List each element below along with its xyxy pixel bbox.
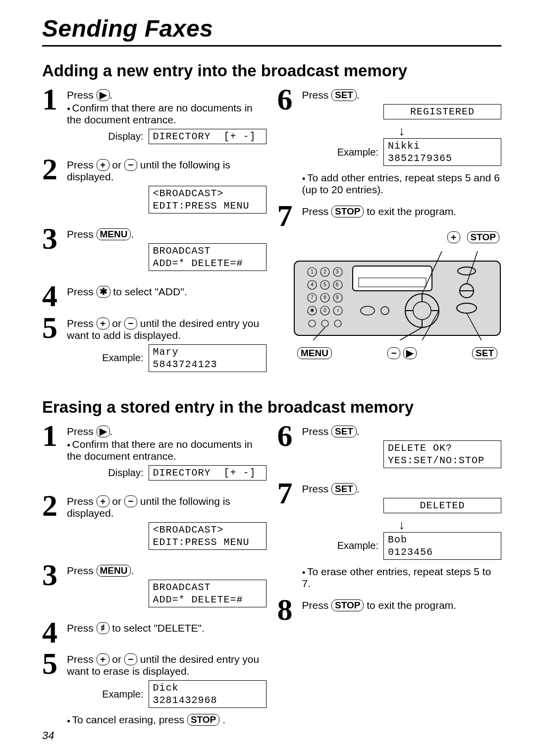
text: Confirm that there are no documents in t…	[67, 102, 267, 126]
text: Press	[302, 483, 332, 494]
text: Press	[67, 495, 97, 507]
text: Press	[67, 565, 97, 576]
text: Press	[67, 622, 97, 634]
plus-key[interactable]: +	[97, 653, 109, 665]
text: Press	[302, 89, 332, 101]
add-step-3: 3 Press MENU. BROADCAST ADD=* DELETE=#	[42, 224, 267, 277]
text: to exit the program.	[367, 206, 456, 217]
erase-step-5: 5 Press + or − until the desired entry y…	[42, 649, 267, 727]
text: or	[112, 495, 124, 507]
text: or	[112, 159, 124, 170]
play-key[interactable]: ▶	[97, 426, 110, 437]
text: Press	[67, 159, 97, 170]
lcd-display: DELETED	[383, 498, 501, 513]
plus-key[interactable]: +	[97, 159, 109, 171]
step-number: 7	[277, 204, 302, 228]
stop-key[interactable]: STOP	[187, 714, 219, 726]
text: Press	[67, 426, 97, 437]
step-number: 3	[42, 563, 67, 588]
text: or	[112, 653, 124, 665]
step-number: 2	[42, 493, 67, 518]
step-number: 6	[277, 87, 302, 112]
lcd-display: BROADCAST ADD=* DELETE=#	[149, 580, 267, 607]
add-step-6: 6 Press SET. REGISTERED ↓ Example: Nikki…	[277, 85, 502, 197]
text: to select "ADD".	[113, 286, 187, 297]
stop-key-callout: STOP	[467, 231, 499, 243]
lcd-display: REGISTERED	[383, 104, 501, 119]
text: Confirm that there are no documents in t…	[67, 438, 267, 462]
example-label: Example:	[337, 540, 378, 551]
text: to exit the program.	[367, 599, 456, 611]
example-label: Example:	[102, 352, 143, 364]
lcd-display: DIRECTORY [+ -]	[149, 465, 267, 481]
minus-key[interactable]: −	[124, 653, 137, 665]
arrow-down-icon: ↓	[302, 124, 502, 137]
add-step-5: 5 Press + or − until the desired entry y…	[42, 314, 267, 378]
plus-key[interactable]: +	[97, 495, 109, 507]
add-step-2: 2 Press + or − until the following is di…	[42, 155, 267, 219]
add-step-1: 1 Press ▶. Confirm that there are no doc…	[42, 85, 267, 150]
plus-key[interactable]: +	[97, 318, 109, 329]
text: Press	[67, 89, 97, 101]
text: to select "DELETE".	[112, 622, 204, 634]
text: Press	[302, 206, 332, 217]
text: Press	[67, 318, 97, 329]
text: Press	[302, 599, 332, 611]
plus-key-callout: +	[447, 231, 460, 243]
page-number: 34	[42, 729, 54, 742]
play-key-callout: ▶	[403, 347, 417, 359]
add-step-7: 7 Press STOP to exit the program.	[277, 202, 502, 228]
lcd-display: BROADCAST ADD=* DELETE=#	[149, 243, 267, 271]
section-title-add: Adding a new entry into the broadcast me…	[42, 61, 501, 80]
fax-machine-icon: 123 456 789 ✱0♯	[293, 246, 501, 340]
text: Press	[67, 653, 97, 665]
minus-key[interactable]: −	[124, 318, 137, 329]
set-key[interactable]: SET	[331, 89, 357, 101]
page-title: Sending Faxes	[42, 15, 501, 42]
fax-illustration: + STOP 123 456 789 ✱0♯	[293, 233, 501, 357]
erase-step-6: 6 Press SET. DELETE OK? YES:SET/NO:STOP	[277, 422, 502, 474]
lcd-display: Mary 5843724123	[149, 344, 267, 372]
set-key-callout: SET	[472, 347, 497, 359]
text: To add other entries, repeat steps 5 and…	[302, 172, 502, 196]
step-number: 3	[42, 226, 67, 251]
display-label: Display:	[108, 467, 143, 479]
menu-key[interactable]: MENU	[97, 565, 131, 577]
section-title-erase: Erasing a stored entry in the broadcast …	[42, 398, 501, 417]
set-key[interactable]: SET	[331, 483, 357, 495]
stop-key[interactable]: STOP	[331, 206, 364, 217]
minus-key-callout: −	[387, 347, 400, 359]
erase-step-4: 4 Press ♯ to select "DELETE".	[42, 618, 267, 645]
star-key[interactable]: ✱	[97, 286, 110, 298]
erase-step-1: 1 Press ▶. Confirm that there are no doc…	[42, 422, 267, 486]
minus-key[interactable]: −	[124, 495, 137, 507]
text: .	[222, 714, 225, 725]
step-number: 1	[42, 87, 67, 112]
step-number: 5	[42, 651, 67, 676]
lcd-display: Nikki 3852179365	[383, 138, 501, 166]
menu-key-callout: MENU	[297, 347, 332, 359]
menu-key[interactable]: MENU	[97, 228, 131, 240]
step-number: 7	[277, 481, 302, 506]
add-step-4: 4 Press ✱ to select "ADD".	[42, 282, 267, 309]
erase-step-3: 3 Press MENU. BROADCAST ADD=* DELETE=#	[42, 561, 267, 613]
set-key[interactable]: SET	[331, 426, 357, 437]
erase-step-8: 8 Press STOP to exit the program.	[277, 595, 502, 622]
text: To erase other entries, repeat steps 5 t…	[302, 566, 502, 590]
text: or	[112, 318, 124, 329]
text: Press	[67, 228, 97, 240]
step-number: 6	[277, 424, 302, 448]
hash-key[interactable]: ♯	[97, 622, 109, 634]
step-number: 1	[42, 424, 67, 448]
text: Press	[67, 286, 97, 297]
step-number: 4	[42, 284, 67, 309]
stop-key[interactable]: STOP	[331, 599, 364, 611]
lcd-display: <BROADCAST> EDIT:PRESS MENU	[149, 522, 267, 550]
play-key[interactable]: ▶	[97, 89, 110, 101]
step-number: 4	[42, 620, 67, 645]
title-rule	[42, 45, 501, 47]
example-label: Example:	[102, 689, 143, 700]
lcd-display: DIRECTORY [+ -]	[149, 129, 267, 144]
step-number: 2	[42, 157, 67, 182]
minus-key[interactable]: −	[124, 159, 137, 171]
